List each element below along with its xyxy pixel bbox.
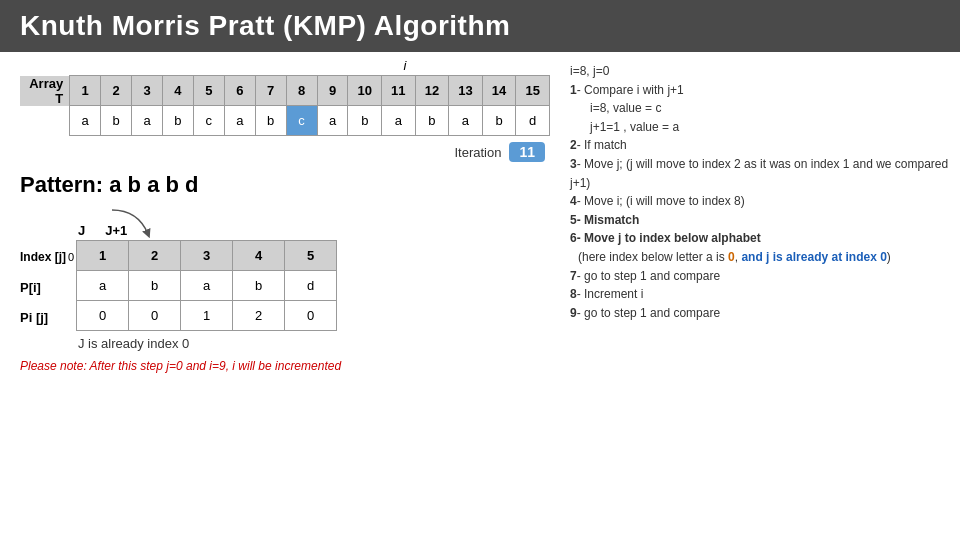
- index-2: 2: [101, 76, 132, 106]
- info-line-11: 7- go to step 1 and compare: [570, 267, 950, 286]
- val-2: b: [101, 106, 132, 136]
- val-7: b: [255, 106, 286, 136]
- info-line-9: 6- Move j to index below alphabet: [570, 229, 950, 248]
- info-line-3: i=8, value = c: [590, 99, 950, 118]
- index-5: 5: [193, 76, 224, 106]
- p-row-label: P[i]: [20, 272, 74, 302]
- step-2-num: 2: [570, 138, 577, 152]
- step-1-num: 1: [570, 83, 577, 97]
- pval-3: a: [181, 271, 233, 301]
- pival-4: 2: [233, 301, 285, 331]
- index-8: 8: [286, 76, 317, 106]
- info-line-8: 5- Mismatch: [570, 211, 950, 230]
- val-10: b: [348, 106, 382, 136]
- info-line-2: 1- Compare i with j+1: [570, 81, 950, 100]
- pival-1: 0: [77, 301, 129, 331]
- array-section: i Array T 1 2 3 4 5 6 7 8 9 10 11 12: [20, 58, 550, 136]
- index-3: 3: [132, 76, 163, 106]
- left-panel: i Array T 1 2 3 4 5 6 7 8 9 10 11 12: [0, 52, 560, 373]
- right-panel: i=8, j=0 1- Compare i with j+1 i=8, valu…: [560, 52, 960, 373]
- index-1: 1: [70, 76, 101, 106]
- j-arrow-icon: [108, 206, 158, 240]
- note-text: Please note: After this step j=0 and i=9…: [20, 359, 550, 373]
- index-11: 11: [382, 76, 416, 106]
- pidx-5: 5: [285, 241, 337, 271]
- pidx-3: 3: [181, 241, 233, 271]
- val-4: b: [162, 106, 193, 136]
- step-8-num: 8: [570, 287, 577, 301]
- iteration-label: Iteration: [454, 145, 501, 160]
- j-already-text: J is already index 0: [78, 336, 550, 351]
- array-index-row: Array T 1 2 3 4 5 6 7 8 9 10 11 12 13 14…: [20, 76, 550, 106]
- pattern-index-row: 1 2 3 4 5: [77, 241, 337, 271]
- index-13: 13: [449, 76, 483, 106]
- pval-1: a: [77, 271, 129, 301]
- index-15: 15: [516, 76, 550, 106]
- index-9: 9: [317, 76, 348, 106]
- index-14: 14: [482, 76, 516, 106]
- val-11: a: [382, 106, 416, 136]
- iteration-row: Iteration 11: [20, 142, 550, 162]
- step-3-num: 3: [570, 157, 577, 171]
- step-4-num: 4: [570, 194, 577, 208]
- pival-5: 0: [285, 301, 337, 331]
- step-9-num: 9: [570, 306, 577, 320]
- info-line-1: i=8, j=0: [570, 62, 950, 81]
- step-7-num: 7: [570, 269, 577, 283]
- j0-indicator: 0: [68, 251, 74, 263]
- info-line-13: 9- go to step 1 and compare: [570, 304, 950, 323]
- index-6: 6: [224, 76, 255, 106]
- pidx-4: 4: [233, 241, 285, 271]
- i-indicator: i: [383, 58, 427, 73]
- pidx-1: 1: [77, 241, 129, 271]
- array-table: Array T 1 2 3 4 5 6 7 8 9 10 11 12 13 14…: [20, 75, 550, 136]
- pattern-value-row: a b a b d: [77, 271, 337, 301]
- val-1: a: [70, 106, 101, 136]
- pi-value-row: 0 0 1 2 0: [77, 301, 337, 331]
- step-6-num: 6: [570, 231, 577, 245]
- info-line-7: 4- Move i; (i will move to index 8): [570, 192, 950, 211]
- info-line-12: 8- Increment i: [570, 285, 950, 304]
- pval-4: b: [233, 271, 285, 301]
- val-8: c: [286, 106, 317, 136]
- index-7: 7: [255, 76, 286, 106]
- j-label: J: [78, 223, 85, 238]
- info-line-10: (here index below letter a is 0, and j i…: [578, 248, 950, 267]
- val-15: d: [516, 106, 550, 136]
- val-13: a: [449, 106, 483, 136]
- val-3: a: [132, 106, 163, 136]
- val-14: b: [482, 106, 516, 136]
- val-5: c: [193, 106, 224, 136]
- pval-5: d: [285, 271, 337, 301]
- pval-2: b: [129, 271, 181, 301]
- info-line-5: 2- If match: [570, 136, 950, 155]
- pattern-table-wrapper: Index [j] 0 P[i] Pi [j] 1 2 3 4 5 a b a …: [20, 240, 550, 332]
- val-12: b: [415, 106, 449, 136]
- pival-3: 1: [181, 301, 233, 331]
- pival-2: 0: [129, 301, 181, 331]
- index-4: 4: [162, 76, 193, 106]
- val-6: a: [224, 106, 255, 136]
- pi-row-label: Pi [j]: [20, 302, 74, 332]
- info-line-6: 3- Move j; (j will move to index 2 as it…: [570, 155, 950, 192]
- pidx-2: 2: [129, 241, 181, 271]
- info-line-4: j+1=1 , value = a: [590, 118, 950, 137]
- step-5-num: 5: [570, 213, 577, 227]
- index-12: 12: [415, 76, 449, 106]
- iteration-badge: 11: [509, 142, 545, 162]
- pattern-table: 1 2 3 4 5 a b a b d 0 0 1 2: [76, 240, 337, 331]
- index-10: 10: [348, 76, 382, 106]
- array-value-row: a b a b c a b c a b a b a b d: [20, 106, 550, 136]
- array-label: Array T: [20, 76, 70, 106]
- page-title: Knuth Morris Pratt (KMP) Algorithm: [0, 0, 960, 52]
- pattern-label: Pattern: a b a b d: [20, 172, 550, 198]
- index-row-label: Index [j] 0: [20, 242, 74, 272]
- val-9: a: [317, 106, 348, 136]
